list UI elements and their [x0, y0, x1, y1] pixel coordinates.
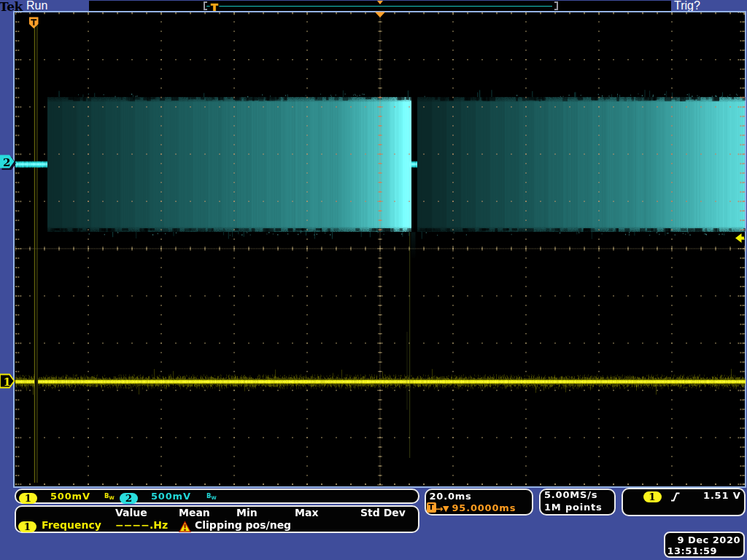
- waveform-canvas: [15, 12, 746, 486]
- timebase-box: 20.0ms T → ▼ 95.0000ms: [425, 489, 533, 516]
- record-view-waveform-line: [206, 6, 552, 7]
- delay-tri-icon: ▼: [443, 504, 449, 513]
- ch1-marker-label: 1: [4, 376, 11, 389]
- meas-header-max: Max: [295, 507, 318, 518]
- meas-header-value: Value: [115, 507, 147, 518]
- meas-header-min: Min: [236, 507, 258, 518]
- ch1-marker-icon: [0, 375, 15, 388]
- ch1-badge: 1: [19, 493, 37, 504]
- meas-row-value: −−−−.Hz: [115, 519, 168, 531]
- bw-w-label: W: [211, 495, 216, 501]
- record-view-position-icon: [377, 1, 383, 4]
- ch1-scale-readout: 500mV: [50, 491, 90, 502]
- timebase-scale-readout: 20.0ms: [430, 491, 472, 502]
- record-view-right-bracket-icon: [554, 1, 558, 10]
- ch2-marker-label: 2: [3, 156, 10, 169]
- oscilloscope-display: Tek Run Trig? 21 1 500mV BW 2 500mV BW V…: [0, 0, 747, 560]
- record-view-left-bracket-icon: [204, 1, 207, 10]
- bw-w-label: W: [109, 495, 114, 501]
- meas-row-name: Frequency: [42, 519, 101, 531]
- channel-readout-box: 1 500mV BW 2 500mV BW: [15, 489, 419, 504]
- delay-readout: 95.0000ms: [452, 502, 516, 513]
- measurement-box: Value Mean Min Max Std Dev 1 Frequency −…: [15, 505, 419, 533]
- ch2-bandwidth-icon: BW: [206, 492, 217, 501]
- date-readout: 9 Dec 2020: [677, 534, 740, 545]
- datetime-box: 9 Dec 2020 13:51:59: [664, 532, 745, 558]
- record-view-bar: [89, 1, 671, 11]
- meas-row-source-badge: 1: [18, 521, 36, 532]
- meas-header-stddev: Std Dev: [360, 507, 406, 518]
- warning-icon: [179, 521, 191, 533]
- meas-header-mean: Mean: [179, 507, 210, 518]
- rising-edge-icon: [670, 491, 681, 502]
- rising-edge-shape: [671, 494, 680, 501]
- record-length-readout: 1M points: [544, 502, 603, 513]
- time-readout: 13:51:59: [667, 545, 718, 556]
- ch2-marker-icon: [0, 155, 15, 168]
- delay-t-icon: T: [427, 502, 436, 513]
- ch2-scale-readout: 500mV: [151, 491, 191, 502]
- trigger-source-badge: 1: [643, 491, 662, 502]
- trigger-box: 1 1.51 V: [622, 488, 746, 516]
- meas-row-warning: Clipping pos/neg: [195, 519, 291, 531]
- ch2-badge: 2: [120, 493, 138, 504]
- ch1-bandwidth-icon: BW: [104, 492, 115, 501]
- trigger-level-readout: 1.51 V: [703, 490, 740, 501]
- sample-rate-readout: 5.00MS/s: [544, 489, 597, 500]
- acquisition-box: 5.00MS/s 1M points: [539, 489, 616, 516]
